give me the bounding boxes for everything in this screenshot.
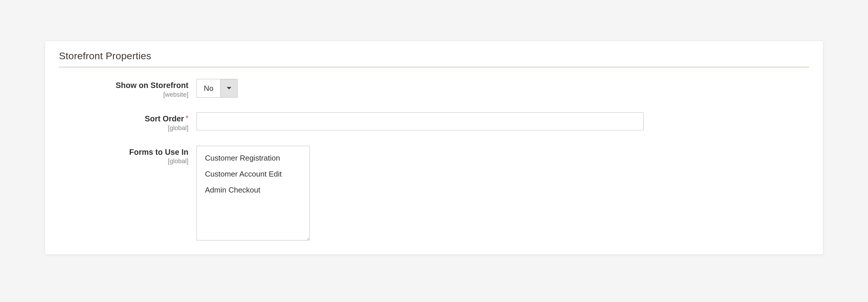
sort-order-input[interactable]: [196, 112, 644, 130]
panel-title: Storefront Properties: [59, 50, 809, 67]
forms-to-use-in-scope: [global]: [59, 157, 188, 165]
forms-to-use-in-label: Forms to Use In: [129, 148, 188, 156]
storefront-properties-panel: Storefront Properties Show on Storefront…: [45, 41, 823, 255]
show-on-storefront-label: Show on Storefront: [116, 81, 188, 90]
show-on-storefront-select[interactable]: No: [196, 79, 238, 97]
field-row-sort-order: Sort Order* [global]: [59, 112, 809, 132]
field-row-show-on-storefront: Show on Storefront [website] No: [59, 79, 809, 98]
field-label-col: Show on Storefront [website]: [59, 79, 196, 98]
multiselect-option[interactable]: Customer Account Edit: [197, 166, 309, 182]
sort-order-label: Sort Order: [145, 114, 184, 123]
multiselect-option[interactable]: Customer Registration: [197, 150, 309, 166]
forms-to-use-in-multiselect[interactable]: Customer Registration Customer Account E…: [196, 146, 310, 240]
field-row-forms-to-use-in: Forms to Use In [global] Customer Regist…: [59, 146, 809, 240]
field-control-col: [196, 112, 809, 130]
multiselect-option[interactable]: Admin Checkout: [197, 182, 309, 198]
field-control-col: Customer Registration Customer Account E…: [196, 146, 809, 240]
show-on-storefront-value: No: [197, 79, 220, 97]
field-label-col: Sort Order* [global]: [59, 112, 196, 132]
required-mark: *: [186, 114, 188, 122]
field-label-col: Forms to Use In [global]: [59, 146, 196, 165]
show-on-storefront-toggle[interactable]: [220, 79, 237, 97]
field-control-col: No: [196, 79, 809, 97]
show-on-storefront-scope: [website]: [59, 91, 188, 98]
sort-order-scope: [global]: [59, 124, 188, 132]
chevron-down-icon: [226, 87, 232, 90]
